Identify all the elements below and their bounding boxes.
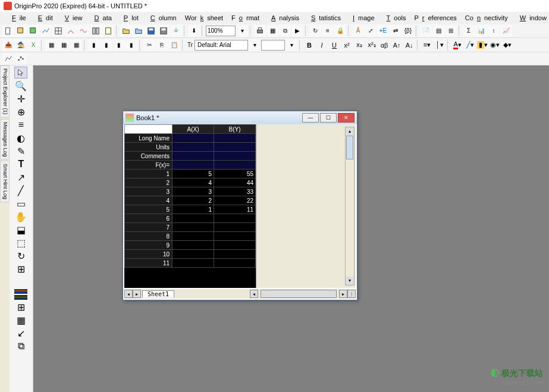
grid3-button[interactable]: ▦ — [70, 39, 82, 51]
maximize-button[interactable]: ☐ — [320, 113, 337, 123]
menu-edit[interactable]: Edit — [31, 13, 57, 23]
palette1-button[interactable] — [14, 289, 27, 294]
menu-connectivity[interactable]: Connectivity — [462, 13, 512, 23]
font-dropdown[interactable]: ▾ — [249, 39, 261, 51]
increase-font-button[interactable]: A↑ — [391, 40, 403, 51]
col-plot3-button[interactable]: ▮ — [113, 39, 125, 51]
script-button[interactable]: 📄 — [420, 25, 432, 37]
underline-button[interactable]: U — [328, 40, 340, 51]
menu-tools[interactable]: Tools — [379, 13, 410, 23]
line-color-button[interactable]: ╱▾ — [464, 40, 476, 51]
arrow-tool[interactable]: ↗ — [14, 171, 27, 183]
menu-analysis[interactable]: Analysis — [264, 13, 303, 23]
row-num[interactable]: 2 — [125, 178, 172, 187]
line-plot-button[interactable] — [2, 53, 14, 65]
open-template-button[interactable] — [133, 25, 145, 37]
row-comments[interactable]: Comments — [125, 152, 172, 161]
cell[interactable] — [214, 259, 256, 268]
row-num[interactable]: 11 — [125, 259, 172, 268]
data-reader-tool[interactable]: ⊕ — [14, 106, 27, 118]
cell[interactable] — [214, 134, 256, 143]
cut-button[interactable]: ✂ — [143, 39, 155, 51]
supersub-button[interactable]: x²₂ — [366, 40, 378, 51]
scale-tool[interactable]: ⬓ — [14, 224, 27, 236]
cell[interactable]: 55 — [214, 170, 256, 178]
scroll-down-icon[interactable]: ▾ — [346, 277, 354, 285]
cell[interactable]: 3 — [172, 187, 214, 196]
duplicate-button[interactable]: ⧉ — [279, 25, 291, 37]
fill-color-button[interactable]: ▮▾ — [476, 40, 488, 51]
new-excel-button[interactable] — [27, 25, 39, 37]
zoom-dropdown[interactable]: ▾ — [236, 25, 248, 37]
cell[interactable]: 11 — [214, 205, 256, 214]
pan-tool[interactable]: ✋ — [14, 211, 27, 222]
italic-button[interactable]: I — [316, 40, 328, 51]
row-num[interactable]: 7 — [125, 223, 172, 232]
line-width-button[interactable]: │▾ — [434, 40, 446, 51]
sort-button[interactable]: ↕ — [488, 25, 500, 37]
col-plot1-button[interactable]: ▮ — [88, 39, 100, 51]
cell[interactable]: 2 — [172, 196, 214, 205]
hscroll-right[interactable]: ▸ — [339, 290, 347, 298]
row-longname[interactable]: Long Name — [125, 134, 172, 143]
open-button[interactable] — [120, 25, 132, 37]
cell[interactable] — [172, 241, 214, 250]
decrease-font-button[interactable]: A↓ — [403, 40, 415, 51]
chart-button[interactable]: 📈 — [500, 25, 512, 37]
cell[interactable] — [172, 250, 214, 259]
stats-button[interactable]: 📊 — [475, 25, 487, 37]
row-num[interactable]: 4 — [125, 196, 172, 205]
tab-nav-next[interactable]: ▸ — [133, 290, 141, 298]
cell[interactable]: 44 — [214, 178, 256, 187]
new-graph-button[interactable] — [40, 25, 52, 37]
import-wizard-button[interactable]: 🧙 — [15, 39, 27, 51]
workbook-title-bar[interactable]: Book1 * — ☐ ✕ — [123, 111, 357, 124]
grid2-button[interactable]: ▦ — [58, 39, 70, 51]
pointer-tool[interactable] — [14, 67, 27, 79]
menu-file[interactable]: File — [5, 13, 30, 23]
menu-window[interactable]: Window — [513, 13, 549, 23]
print-button[interactable] — [254, 25, 266, 37]
tab-smart-hint-log[interactable]: Smart Hint Log — [0, 161, 10, 202]
split-handle[interactable]: ⋮ — [347, 290, 356, 298]
menu-format[interactable]: Format — [228, 13, 263, 23]
menu-view[interactable]: View — [58, 13, 86, 23]
scroll-up-icon[interactable]: ▴ — [346, 127, 354, 136]
draw-data-tool[interactable]: ✎ — [14, 145, 27, 157]
cell[interactable] — [214, 250, 256, 259]
cell[interactable] — [214, 241, 256, 250]
paste-button[interactable]: 📋 — [168, 39, 180, 51]
cell[interactable] — [172, 259, 214, 268]
row-num[interactable]: 1 — [125, 170, 172, 178]
new-2d-function-button[interactable] — [77, 25, 89, 37]
transpose-button[interactable]: ⇄ — [390, 25, 401, 37]
digitize-button[interactable]: ⊞ — [445, 25, 457, 37]
hscroll-left[interactable]: ◂ — [250, 290, 258, 298]
scroll-thumb[interactable] — [346, 136, 353, 159]
column-header-a[interactable]: A(X) — [172, 125, 214, 134]
sheet-tab[interactable]: Sheet1 — [142, 290, 174, 297]
cell[interactable] — [214, 152, 256, 161]
video-button[interactable]: ▶ — [291, 25, 303, 37]
cell[interactable] — [214, 161, 256, 170]
reader-tool[interactable]: ✛ — [14, 93, 27, 105]
results-button[interactable]: ▤ — [432, 25, 444, 37]
cell[interactable]: 5 — [172, 170, 214, 178]
rescale-button[interactable]: ⤢ — [365, 25, 377, 37]
text-tool[interactable]: T — [14, 158, 27, 170]
new-matrix-button[interactable] — [52, 25, 64, 37]
copy-button[interactable]: ⎘ — [156, 39, 168, 51]
cell[interactable] — [172, 214, 214, 223]
cell[interactable] — [172, 143, 214, 152]
horizontal-scrollbar[interactable] — [261, 290, 337, 298]
cell[interactable]: 1 — [172, 205, 214, 214]
import-ascii-button[interactable]: 📥 — [2, 39, 14, 51]
import-button[interactable] — [170, 25, 182, 37]
cell[interactable] — [214, 143, 256, 152]
arrange-button[interactable]: ▦ — [14, 314, 27, 326]
import-excel-button[interactable]: X — [27, 39, 39, 51]
add-column-button[interactable]: +E — [377, 25, 389, 37]
menu-image[interactable]: Image — [346, 13, 378, 23]
refresh-button[interactable]: ↻ — [309, 25, 321, 37]
row-num[interactable]: 8 — [125, 232, 172, 241]
